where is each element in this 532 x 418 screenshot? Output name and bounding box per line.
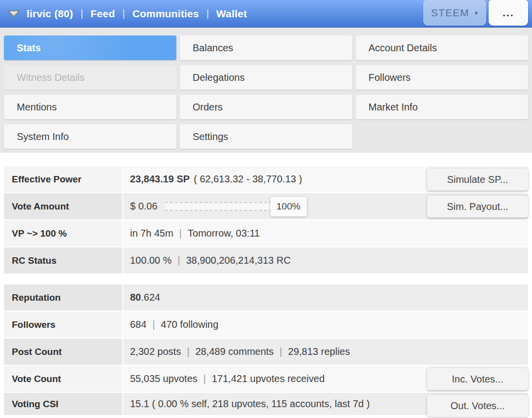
chevron-down-icon: ▾ [474,9,478,17]
stats-row-vote-amount: Vote Amount $ 0.06 100% Sim. Payout... [4,193,528,219]
nav-feed[interactable]: Feed [91,8,115,20]
stats-row-vp-recharge: VP ~> 100 % in 7h 45m | Tomorrow, 03:11 [4,220,528,246]
row-label: Vote Count [4,366,122,392]
stats-row-voting-csi: Voting CSI 15.1 ( 0.00 % self, 218 upvot… [4,393,528,415]
simulate-sp-button[interactable]: Simulate SP... [427,168,528,190]
tab-market-info[interactable]: Market Info [356,95,528,119]
table-group-gap [4,275,528,284]
reputation-main: 80 [130,292,141,303]
separator: | [179,228,182,239]
row-label: RC Status [4,247,122,274]
row-label: Effective Power [4,166,122,192]
vote-amount-value: $ 0.06 [130,201,158,212]
nav-account[interactable]: lirvic (80) [27,8,73,20]
ellipsis-icon: ... [502,7,514,19]
separator: | [187,346,189,357]
vp-time-absolute: Tomorrow, 03:11 [188,228,260,239]
tab-stats[interactable]: Stats [4,35,176,60]
separator: | [203,373,206,384]
stats-row-reputation: Reputation 80 .624 [4,284,528,311]
more-options-button[interactable]: ... [489,0,528,26]
tab-account-details[interactable]: Account Details [356,35,528,60]
separator: | [178,255,180,266]
row-value: 2,302 posts | 28,489 comments | 29,813 r… [123,339,528,365]
following-count: 470 following [161,319,219,330]
row-value: in 7h 45m | Tomorrow, 03:11 [123,220,528,246]
row-label: VP ~> 100 % [4,220,122,246]
row-value: 80 .624 [123,284,528,311]
followers-count: 684 [130,319,146,330]
row-label: Reputation [4,284,122,311]
stats-row-followers: Followers 684 | 470 following [4,312,528,338]
row-label: Vote Amount [4,193,122,219]
coin-select-label: STEEM [431,7,469,19]
effective-power-breakdown: ( 62,613.32 - 38,770.13 ) [194,174,302,185]
tab-witness-details[interactable]: Witness Details [4,65,176,90]
separator: | [80,8,83,19]
stats-row-effective-power: Effective Power 23,843.19 SP ( 62,613.32… [4,166,528,192]
upvotes-given: 55,035 upvotes [130,373,198,384]
tab-balances[interactable]: Balances [180,35,352,60]
separator: | [122,8,125,19]
incoming-votes-button[interactable]: Inc. Votes... [427,368,528,390]
tab-settings[interactable]: Settings [180,124,352,149]
top-nav-bar: lirvic (80) | Feed | Communities | Walle… [0,0,532,28]
upvotes-received: 171,421 upvotes received [212,373,325,384]
separator: | [206,8,209,19]
rc-percent: 100.00 % [130,255,172,266]
row-label: Voting CSI [4,393,122,415]
nav-communities[interactable]: Communities [133,8,199,20]
content-top-gap [0,153,532,166]
stats-row-vote-count: Vote Count 55,035 upvotes | 171,421 upvo… [4,366,528,392]
row-value: 684 | 470 following [123,312,528,338]
tab-delegations[interactable]: Delegations [180,65,352,90]
tab-system-info[interactable]: System Info [4,124,176,149]
tab-orders[interactable]: Orders [180,95,352,119]
effective-power-value: 23,843.19 SP [130,174,190,185]
sim-payout-button[interactable]: Sim. Payout... [427,195,528,217]
row-value: 100.00 % | 38,900,206,214,313 RC [123,247,528,274]
posts-count: 2,302 posts [130,346,181,357]
row-label: Post Count [4,339,122,365]
stats-row-rc-status: RC Status 100.00 % | 38,900,206,214,313 … [4,247,528,274]
account-dropdown-icon[interactable] [7,9,21,19]
row-label: Followers [4,312,122,338]
replies-count: 29,813 replies [288,346,350,357]
stats-table: Effective Power 23,843.19 SP ( 62,613.32… [4,166,528,415]
rc-amount: 38,900,206,214,313 RC [186,255,291,266]
voting-csi-value: 15.1 ( 0.00 % self, 218 upvotes, 115 acc… [130,398,370,410]
vp-time-left: in 7h 45m [130,228,173,239]
vote-weight-slider[interactable] [165,202,272,211]
coin-select-dropdown[interactable]: STEEM ▾ [423,0,486,26]
outgoing-votes-button[interactable]: Out. Votes... [427,395,528,417]
vote-weight-slider-handle[interactable]: 100% [270,197,307,216]
separator: | [152,319,155,330]
tab-mentions[interactable]: Mentions [4,95,176,119]
reputation-decimals: .624 [141,292,160,303]
nav-wallet[interactable]: Wallet [216,8,247,20]
stats-row-post-count: Post Count 2,302 posts | 28,489 comments… [4,339,528,365]
comments-count: 28,489 comments [196,346,274,357]
tab-followers[interactable]: Followers [356,65,528,90]
section-tabs: Stats Balances Account Details Witness D… [0,28,532,153]
separator: | [280,346,282,357]
